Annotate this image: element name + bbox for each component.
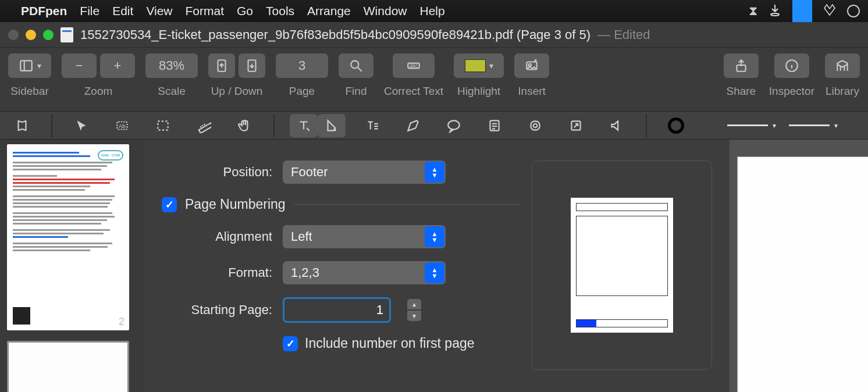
stamp-tool-icon[interactable]	[521, 114, 549, 137]
note-tool-icon[interactable]	[481, 114, 508, 137]
zoom-in-button[interactable]: +	[100, 54, 135, 78]
thumbnail-page[interactable]: KIWI · COM 2	[7, 144, 129, 330]
select-tool-icon[interactable]	[67, 114, 95, 137]
line-weight-picker[interactable]: ▾	[727, 122, 776, 130]
chevron-updown-icon: ▲▼	[425, 262, 444, 283]
alignment-value: Left	[291, 229, 312, 244]
tray-circle-icon[interactable]	[847, 5, 860, 17]
correct-text-button[interactable]: abc	[393, 54, 435, 78]
sidebar-thumbnails[interactable]: KIWI · COM 2	[0, 140, 144, 392]
library-button[interactable]	[825, 54, 860, 78]
link-tool-icon[interactable]	[562, 114, 590, 137]
pan-tool-icon[interactable]	[230, 114, 258, 137]
document-proxy-icon[interactable]	[61, 27, 73, 42]
starting-page-stepper[interactable]: ▲ ▼	[407, 299, 421, 321]
library-label: Library	[826, 85, 859, 98]
position-select[interactable]: Footer ▲▼	[283, 161, 446, 184]
go-menu[interactable]: Go	[237, 4, 253, 18]
highlight-label: Highlight	[457, 85, 500, 98]
tray-bolt-icon[interactable]: ⧗	[749, 3, 757, 19]
chevron-up-icon[interactable]: ▲	[407, 299, 421, 309]
svg-text:abc: abc	[410, 63, 418, 69]
text-format-tool-icon[interactable]	[358, 114, 386, 137]
preview-body-region	[576, 216, 668, 296]
view-menu[interactable]: View	[146, 4, 172, 18]
help-menu[interactable]: Help	[420, 4, 445, 18]
share-label: Share	[726, 85, 756, 98]
window-menu[interactable]: Window	[364, 4, 407, 18]
header-footer-dialog: Position: Footer ▲▼ ✓ Page Numbering Ali…	[144, 140, 730, 392]
inspector-label: Inspector	[769, 85, 814, 98]
svg-rect-21	[158, 121, 168, 130]
zoom-label: Zoom	[84, 85, 113, 98]
alignment-select[interactable]: Left ▲▼	[283, 225, 446, 248]
svg-rect-36	[533, 123, 538, 127]
include-first-label: Include number on first page	[305, 336, 475, 351]
insert-label: Insert	[518, 85, 546, 98]
inspector-button[interactable]	[774, 54, 809, 78]
chevron-down-icon[interactable]: ▼	[407, 311, 421, 321]
freehand-tool-icon[interactable]	[399, 114, 427, 137]
stroke-color-icon[interactable]	[662, 114, 690, 137]
document-view[interactable]	[730, 140, 868, 392]
comment-tool-icon[interactable]	[440, 114, 468, 137]
measure-tool-icon[interactable]	[190, 114, 218, 137]
tray-gitlab-icon[interactable]	[823, 3, 837, 20]
page-up-button[interactable]	[208, 54, 235, 78]
page-value: 3	[298, 58, 305, 73]
tray-download-icon[interactable]	[768, 3, 782, 20]
edit-tool-icon[interactable]	[8, 114, 36, 137]
window-title: 1552730534_E-ticket_passenger_9b76f83ebd…	[80, 27, 590, 42]
text-annotation-tool-icon[interactable]	[290, 114, 318, 137]
tray-app-icon[interactable]	[792, 0, 812, 22]
svg-point-26	[333, 129, 336, 131]
page-field[interactable]: 3	[276, 54, 328, 78]
select-rectangle-tool-icon[interactable]	[149, 114, 177, 137]
tools-menu[interactable]: Tools	[266, 4, 294, 18]
format-menu[interactable]: Format	[186, 4, 225, 18]
page-numbering-checkbox[interactable]: ✓	[162, 197, 177, 212]
scale-label: Scale	[158, 85, 186, 98]
zoom-window-button[interactable]	[43, 30, 54, 40]
insert-button[interactable]	[514, 54, 549, 78]
format-value: 1,2,3	[291, 265, 319, 280]
include-first-checkbox[interactable]: ✓	[283, 336, 298, 351]
starting-page-input[interactable]	[283, 297, 391, 323]
close-window-button[interactable]	[8, 30, 19, 40]
scale-button[interactable]: 83%	[145, 54, 198, 78]
scale-value: 83%	[159, 58, 184, 73]
svg-rect-35	[531, 121, 539, 130]
highlighter-tool-icon[interactable]	[318, 114, 346, 137]
page-label: Page	[289, 85, 315, 98]
zoom-out-button[interactable]: −	[62, 54, 97, 78]
position-label: Position:	[162, 165, 272, 180]
svg-rect-1	[20, 60, 32, 70]
arrange-menu[interactable]: Arrange	[307, 4, 351, 18]
format-select[interactable]: 1,2,3 ▲▼	[283, 261, 446, 284]
kiwi-logo-icon: KIWI · COM	[98, 150, 123, 161]
updown-label: Up / Down	[211, 85, 263, 98]
chevron-updown-icon: ▲▼	[425, 162, 444, 183]
find-button[interactable]	[339, 54, 373, 78]
svg-text:Ab: Ab	[119, 123, 126, 129]
qr-code-icon	[13, 307, 30, 325]
sound-tool-icon[interactable]	[603, 114, 631, 137]
page-preview	[532, 161, 712, 370]
document-page	[738, 157, 868, 392]
sidebar-toggle-button[interactable]: ▾	[8, 54, 51, 78]
traffic-lights	[8, 30, 54, 40]
preview-header-region	[576, 203, 668, 211]
svg-point-5	[351, 60, 358, 68]
file-menu[interactable]: File	[80, 4, 99, 18]
select-text-tool-icon[interactable]: Ab	[108, 114, 136, 137]
thumbnail-page[interactable]	[7, 341, 129, 392]
edited-indicator: — Edited	[597, 27, 650, 42]
highlight-button[interactable]: ▾	[454, 54, 504, 78]
annotation-toolbar: Ab ▾ ▾	[0, 112, 868, 140]
app-menu[interactable]: PDFpen	[21, 4, 67, 18]
share-button[interactable]	[724, 54, 759, 78]
page-down-button[interactable]	[239, 54, 265, 78]
line-style-picker[interactable]: ▾	[789, 122, 838, 130]
minimize-window-button[interactable]	[26, 30, 36, 40]
edit-menu[interactable]: Edit	[112, 4, 133, 18]
